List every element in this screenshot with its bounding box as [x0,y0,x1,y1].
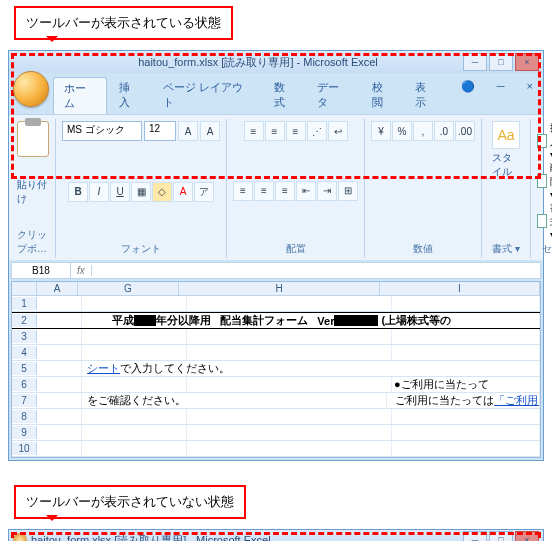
font-group-label: フォント [121,242,161,256]
underline-button[interactable]: U [110,182,130,202]
cell-5: シートで入力してください。 [82,361,540,376]
insert-cells[interactable]: 挿入 ▾ [537,121,552,160]
inc-decimal[interactable]: .0 [434,121,454,141]
worksheet-grid[interactable]: A G H I 1 2 平成年分以降用 配当集計フォーム Ver (上場株式等の… [11,281,541,458]
group-number: ¥ % , .0 .00 数値 [365,119,482,258]
row-8[interactable]: 8 [12,410,37,423]
cells-group-label: セル [542,242,553,256]
fill-button[interactable]: ◇ [152,182,172,202]
format-cells[interactable]: 書式 ▾ [537,201,552,240]
row-7[interactable]: 7 [12,394,37,407]
usage-link[interactable]: 「ご利用に当た [494,393,540,408]
tab-home[interactable]: ホーム [53,77,107,114]
orientation[interactable]: ⋰ [307,121,327,141]
row-5[interactable]: 5 [12,362,37,375]
row-4[interactable]: 4 [12,346,37,359]
title-row: 平成年分以降用 配当集計フォーム Ver (上場株式等の [82,313,540,328]
callout-toolbar-hidden: ツールバーが表示されていない状態 [14,485,246,519]
align-left[interactable]: ≡ [233,181,253,201]
align-middle[interactable]: ≡ [265,121,285,141]
font-color-button[interactable]: A [173,182,193,202]
row-6[interactable]: 6 [12,378,37,391]
align-top[interactable]: ≡ [244,121,264,141]
tab-insert[interactable]: 挿入 [109,77,151,114]
col-G[interactable]: G [78,282,179,295]
tab-page-layout[interactable]: ページ レイアウト [153,77,262,114]
group-cells: 挿入 ▾ 削除 ▾ 書式 ▾ セル [531,119,552,258]
tab-data[interactable]: データ [307,77,359,114]
style-label: スタイル [492,151,520,179]
minimize-button[interactable]: ─ [463,53,487,71]
shrink-font[interactable]: A [200,121,220,141]
row-10[interactable]: 10 [12,442,37,455]
name-box[interactable]: B18 [12,263,71,278]
clipboard-group-label: クリップボ… [17,228,49,256]
dec-decimal[interactable]: .00 [455,121,475,141]
col-A[interactable]: A [37,282,78,295]
row-3[interactable]: 3 [12,330,37,343]
row-1[interactable]: 1 [12,297,37,310]
style-group-label: 書式 ▾ [492,242,520,256]
collapsed-title-bar: haitou_form.xlsx [読み取り専用] - Microsoft Ex… [9,530,543,541]
minimize-button-2[interactable]: ─ [463,531,487,541]
maximize-button-2[interactable]: □ [489,531,513,541]
callout-toolbar-shown: ツールバーが表示されている状態 [14,6,233,40]
workbook-close[interactable]: × [517,77,543,114]
indent-inc[interactable]: ⇥ [317,181,337,201]
workbook-min[interactable]: ─ [487,77,515,114]
tab-view[interactable]: 表示 [405,77,447,114]
title-filename-2: haitou_form.xlsx [31,534,111,541]
align-bottom[interactable]: ≡ [286,121,306,141]
bold-button[interactable]: B [68,182,88,202]
tab-formulas[interactable]: 数式 [264,77,306,114]
col-H[interactable]: H [179,282,380,295]
help-button[interactable]: 🔵 [451,77,485,114]
row-9[interactable]: 9 [12,426,37,439]
sheet-link[interactable]: シート [87,361,120,376]
comma[interactable]: , [413,121,433,141]
col-I[interactable]: I [380,282,540,295]
office-button-small[interactable] [13,533,27,541]
border-button[interactable]: ▦ [131,182,151,202]
font-name-select[interactable]: MS ゴシック [62,121,142,141]
tab-review[interactable]: 校閲 [362,77,404,114]
select-all-corner[interactable] [12,282,37,295]
group-style: Aa スタイル 書式 ▾ [482,119,531,258]
align-group-label: 配置 [286,242,306,256]
grow-font[interactable]: A [178,121,198,141]
excel-window-toolbar-hidden: haitou_form.xlsx [読み取り専用] - Microsoft Ex… [8,529,544,541]
cell-I7: ご利用に当たっては「ご利用に当た [387,393,540,408]
indent-dec[interactable]: ⇤ [296,181,316,201]
title-suffix: [読み取り専用] - Microsoft Excel [221,56,377,68]
group-font: MS ゴシック 12 A A B I U ▦ ◇ A ア フォント [56,119,227,258]
maximize-button[interactable]: □ [489,53,513,71]
office-button[interactable] [13,71,49,107]
group-clipboard: 貼り付け クリップボ… [11,119,56,258]
style-icon[interactable]: Aa [492,121,520,149]
paste-label: 貼り付け [17,178,49,206]
currency[interactable]: ¥ [371,121,391,141]
cell-7: をご確認ください。 [82,393,387,408]
close-button-2[interactable]: × [515,531,539,541]
title-suffix-2: [読み取り専用] - Microsoft Excel [114,533,270,542]
phonetic-button[interactable]: ア [194,182,214,202]
align-right[interactable]: ≡ [275,181,295,201]
merge[interactable]: ⊞ [338,181,358,201]
excel-window-toolbar-shown: haitou_form.xlsx [読み取り専用] - Microsoft Ex… [8,50,544,461]
paste-icon[interactable] [17,121,49,157]
italic-button[interactable]: I [89,182,109,202]
delete-cells[interactable]: 削除 ▾ [537,161,552,200]
align-center[interactable]: ≡ [254,181,274,201]
close-button[interactable]: × [515,53,539,71]
row-2[interactable]: 2 [12,314,37,327]
ribbon-tabs: ホーム 挿入 ページ レイアウト 数式 データ 校閲 表示 🔵 ─ × [53,73,543,114]
formula-bar: B18 fx [11,262,541,279]
cell-I6: ●ご利用に当たって [392,377,540,392]
ribbon: 貼り付け クリップボ… MS ゴシック 12 A A B I U ▦ ◇ A ア… [9,114,543,260]
group-alignment: ≡ ≡ ≡ ⋰ ↩ ≡ ≡ ≡ ⇤ ⇥ ⊞ 配置 [227,119,365,258]
wrap-text[interactable]: ↩ [328,121,348,141]
percent[interactable]: % [392,121,412,141]
font-size-select[interactable]: 12 [144,121,176,141]
number-group-label: 数値 [413,242,433,256]
fx-button[interactable]: fx [71,265,92,276]
